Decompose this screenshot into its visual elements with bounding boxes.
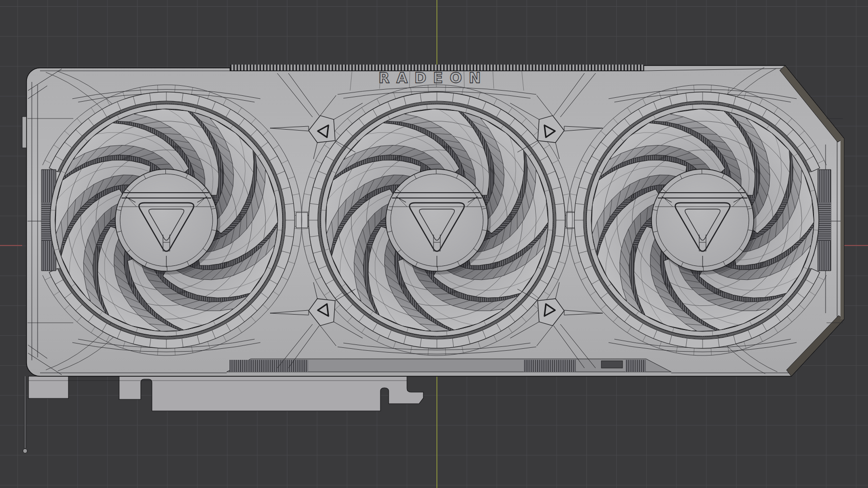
viewport-canvas[interactable]: RADEON (0, 0, 868, 488)
fan-2[interactable] (320, 104, 554, 337)
shroud-edge-right (841, 138, 844, 319)
fan-1[interactable] (50, 104, 283, 337)
viewport[interactable]: RADEON (0, 0, 868, 488)
bottom-vent-slot (601, 361, 623, 368)
radeon-label: RADEON (379, 69, 488, 86)
fan-3[interactable] (586, 104, 819, 337)
